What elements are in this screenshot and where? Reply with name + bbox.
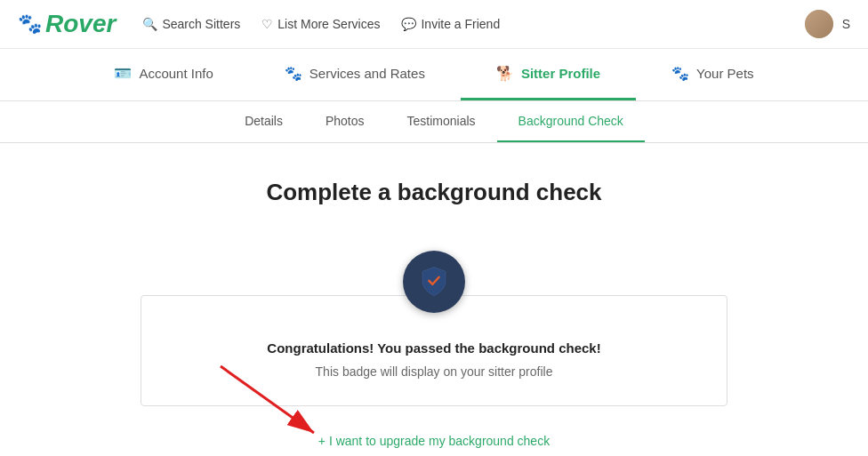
top-nav: 🐾 Rover 🔍 Search Sitters ♡ List More Ser… bbox=[0, 0, 868, 49]
tab-details-label: Details bbox=[245, 114, 283, 128]
list-services-label: List More Services bbox=[277, 17, 380, 31]
avatar-image bbox=[805, 10, 833, 38]
avatar[interactable] bbox=[805, 10, 833, 38]
nav-user-label: S bbox=[842, 17, 850, 31]
tab-background-check[interactable]: Background Check bbox=[497, 101, 645, 142]
invite-friend-label: Invite a Friend bbox=[421, 17, 500, 31]
congrats-text: Congratulations! You passed the backgrou… bbox=[177, 340, 691, 356]
svg-line-1 bbox=[221, 366, 314, 433]
tab-testimonials-label: Testimonials bbox=[407, 114, 476, 128]
tab-photos-label: Photos bbox=[326, 114, 365, 128]
red-arrow-icon bbox=[212, 362, 327, 442]
sub-tabs: Details Photos Testimonials Background C… bbox=[0, 101, 868, 143]
services-rates-label: Services and Rates bbox=[309, 66, 425, 81]
services-icon: 🐾 bbox=[285, 65, 302, 82]
nav-account-info[interactable]: 🪪 Account Info bbox=[78, 49, 248, 100]
heart-icon: ♡ bbox=[261, 17, 273, 31]
pets-icon: 🐾 bbox=[671, 65, 689, 82]
list-services-link[interactable]: ♡ List More Services bbox=[261, 17, 380, 31]
search-sitters-link[interactable]: 🔍 Search Sitters bbox=[142, 17, 240, 31]
tab-testimonials[interactable]: Testimonials bbox=[386, 101, 497, 142]
tab-photos[interactable]: Photos bbox=[304, 101, 386, 142]
account-info-label: Account Info bbox=[139, 66, 213, 81]
sitter-profile-label: Sitter Profile bbox=[521, 66, 600, 81]
shield-container bbox=[403, 233, 465, 295]
tab-details[interactable]: Details bbox=[223, 101, 304, 142]
paw-icon: 🐾 bbox=[18, 12, 42, 36]
invite-friend-link[interactable]: 💬 Invite a Friend bbox=[401, 17, 500, 31]
arrow-link-section: + I want to upgrade my background check bbox=[318, 433, 550, 449]
nav-your-pets[interactable]: 🐾 Your Pets bbox=[636, 49, 790, 100]
logo-area[interactable]: 🐾 Rover bbox=[18, 12, 116, 36]
tab-background-check-label: Background Check bbox=[518, 114, 623, 128]
search-icon: 🔍 bbox=[142, 17, 157, 31]
upgrade-link-label: + I want to upgrade my background check bbox=[318, 434, 550, 448]
second-nav: 🪪 Account Info 🐾 Services and Rates 🐕 Si… bbox=[0, 49, 868, 101]
account-icon: 🪪 bbox=[114, 65, 132, 82]
main-content: Complete a background check Congratulati… bbox=[123, 143, 745, 456]
chat-icon: 💬 bbox=[401, 17, 416, 31]
shield-check-icon bbox=[418, 266, 450, 298]
shield-badge bbox=[403, 251, 465, 313]
page-title: Complete a background check bbox=[141, 179, 727, 206]
search-sitters-label: Search Sitters bbox=[162, 17, 240, 31]
your-pets-label: Your Pets bbox=[696, 66, 754, 81]
nav-right: S bbox=[805, 10, 850, 38]
nav-links: 🔍 Search Sitters ♡ List More Services 💬 … bbox=[142, 17, 804, 31]
logo: Rover bbox=[45, 12, 116, 36]
nav-sitter-profile[interactable]: 🐕 Sitter Profile bbox=[461, 49, 636, 100]
nav-services-rates[interactable]: 🐾 Services and Rates bbox=[249, 49, 461, 100]
upgrade-link[interactable]: + I want to upgrade my background check bbox=[318, 434, 550, 448]
sitter-icon: 🐕 bbox=[496, 65, 514, 82]
